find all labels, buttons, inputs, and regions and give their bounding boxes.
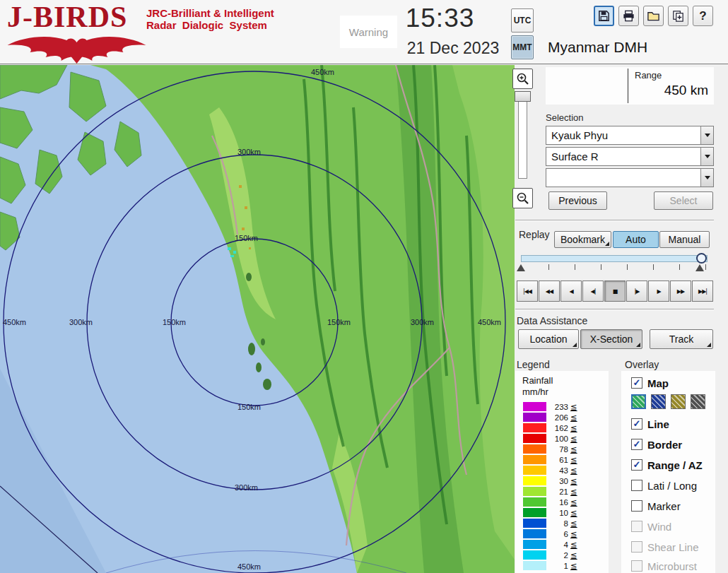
location-button-label: Location — [530, 333, 568, 345]
export-button[interactable] — [668, 6, 688, 26]
overlay-item-line[interactable]: ✓ Line — [631, 417, 669, 431]
map-style-olive-swatch[interactable] — [671, 394, 686, 409]
overlay-item-lati-long[interactable]: Lati / Long — [631, 478, 697, 492]
previous-button[interactable]: Previous — [548, 191, 607, 210]
legend-value: 61 — [551, 456, 568, 464]
skip-to-end-button[interactable]: ▶▶| — [692, 280, 713, 302]
replay-timeline-track[interactable] — [521, 255, 708, 262]
checkbox[interactable] — [631, 500, 642, 512]
range-display-box: Range 450 km — [546, 67, 714, 105]
checkbox[interactable] — [631, 480, 642, 491]
timeline-start-marker[interactable] — [517, 264, 525, 271]
select-button[interactable]: Select — [654, 191, 713, 210]
legend-suffix: ≦ — [570, 561, 577, 571]
legend-color-swatch — [523, 455, 546, 464]
overlay-item-label: Map — [647, 377, 669, 389]
location-button[interactable]: Location — [518, 329, 579, 349]
overlay-item-label: Marker — [647, 500, 681, 512]
checkbox — [631, 560, 642, 572]
legend-suffix: ≦ — [570, 455, 577, 465]
overlay-item-shear-line: Shear Line — [631, 540, 699, 554]
legend-suffix: ≦ — [570, 444, 577, 454]
extra-dropdown[interactable] — [546, 168, 714, 187]
check-icon: ✓ — [633, 439, 641, 449]
step-forward-button[interactable]: |▶ — [626, 280, 647, 302]
save-icon — [597, 9, 611, 23]
range-value: 450 km — [664, 83, 708, 98]
legend-value: 2 — [551, 551, 568, 560]
track-button[interactable]: Track — [650, 329, 713, 349]
product-dropdown[interactable]: Surface R — [546, 147, 714, 166]
legend-suffix: ≦ — [570, 423, 577, 433]
replay-timeline-handle[interactable] — [696, 253, 707, 264]
legend-color-swatch — [523, 444, 546, 454]
range-label: 150km — [235, 234, 258, 242]
legend-unit-line2: mm/hr — [522, 386, 548, 397]
chevron-down-icon[interactable] — [700, 126, 713, 144]
x-section-button[interactable]: X-Section — [580, 329, 642, 349]
overlay-item-marker[interactable]: Marker — [631, 499, 681, 513]
manual-mode-button[interactable]: Manual — [659, 231, 710, 248]
export-icon — [671, 9, 685, 23]
bookmark-button-label: Bookmark — [560, 234, 605, 245]
range-label: 300km — [235, 483, 258, 492]
open-folder-icon — [647, 9, 660, 23]
overlay-item-map[interactable]: ✓ Map — [631, 376, 669, 390]
checkbox[interactable]: ✓ — [631, 377, 642, 389]
play-button[interactable]: ▶ — [648, 280, 669, 302]
clock-time: 15:33 — [399, 4, 481, 33]
checkbox[interactable]: ✓ — [631, 459, 642, 471]
map-style-navy-swatch[interactable] — [651, 394, 666, 409]
stop-button[interactable]: ■ — [604, 280, 626, 302]
site-dropdown[interactable]: Kyauk Phyu — [546, 126, 714, 145]
legend-value: 10 — [551, 509, 568, 517]
zoom-slider-handle[interactable] — [515, 91, 531, 102]
checkbox[interactable]: ✓ — [631, 439, 642, 450]
map-style-green-swatch[interactable] — [631, 394, 646, 409]
utc-toggle-button[interactable]: UTC — [511, 8, 534, 33]
step-back-button[interactable]: ◀| — [582, 280, 604, 302]
timeline-tick — [575, 264, 575, 270]
save-button[interactable] — [594, 6, 614, 26]
legend-color-swatch — [523, 561, 546, 570]
overlay-item-microburst: Microburst — [631, 559, 697, 573]
clock-date: 21 Dec 2023 — [393, 39, 513, 58]
chevron-down-icon[interactable] — [700, 148, 713, 165]
print-button[interactable] — [618, 6, 639, 26]
legend-section-label: Legend — [517, 359, 550, 370]
overlay-item-border[interactable]: ✓ Border — [631, 437, 682, 451]
legend-suffix: ≦ — [570, 476, 577, 486]
zoom-slider-track[interactable] — [518, 91, 527, 179]
fast-forward-button[interactable]: ▶▶ — [670, 280, 691, 302]
timeline-end-marker[interactable] — [695, 264, 704, 271]
timeline-tick — [679, 264, 680, 270]
legend-color-swatch — [523, 413, 546, 422]
overlay-list: ✓ Map ✓ Line ✓ Border ✓ Range / AZ Lati … — [631, 376, 715, 573]
zoom-in-button[interactable] — [512, 69, 533, 89]
legend-item: 10≦ — [523, 507, 577, 518]
chevron-down-icon[interactable] — [700, 169, 713, 187]
open-folder-button[interactable] — [643, 6, 664, 26]
radar-map[interactable]: 450km 300km 150km 150km 300km 450km 450k… — [0, 65, 515, 573]
play-reverse-button[interactable]: ◀ — [560, 280, 582, 302]
range-box-divider — [628, 69, 628, 103]
mmt-toggle-button[interactable]: MMT — [511, 35, 534, 59]
skip-to-start-button[interactable]: |◀◀ — [517, 280, 538, 302]
legend-item: 233≦ — [523, 401, 577, 412]
legend-suffix: ≦ — [570, 434, 577, 444]
map-style-gray-swatch[interactable] — [691, 394, 705, 409]
legend-suffix: ≦ — [570, 550, 577, 560]
auto-mode-button[interactable]: Auto — [613, 231, 659, 248]
zoom-out-button[interactable] — [512, 188, 533, 208]
print-icon — [622, 9, 635, 23]
legend-color-swatch — [523, 402, 546, 411]
help-button[interactable]: ? — [693, 6, 713, 26]
checkbox[interactable]: ✓ — [631, 418, 642, 430]
overlay-item-range-az[interactable]: ✓ Range / AZ — [631, 458, 703, 472]
fast-rewind-button[interactable]: ◀◀ — [539, 280, 560, 302]
legend-suffix: ≦ — [570, 402, 577, 412]
bookmark-button[interactable]: Bookmark — [554, 231, 611, 248]
legend-item: 21≦ — [523, 486, 577, 497]
legend-value: 162 — [551, 424, 568, 432]
overlay-item-label: Microburst — [647, 560, 697, 572]
